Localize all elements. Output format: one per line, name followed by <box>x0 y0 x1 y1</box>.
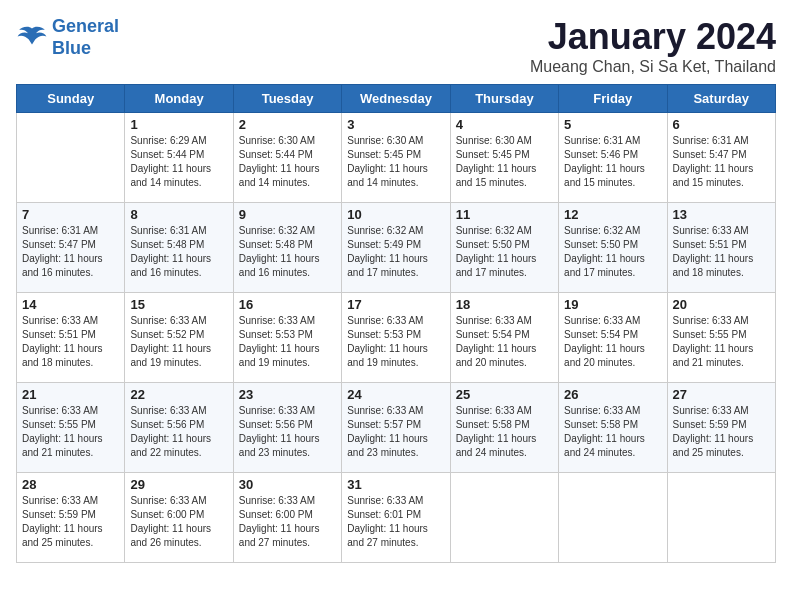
calendar-cell: 10Sunrise: 6:32 AM Sunset: 5:49 PM Dayli… <box>342 203 450 293</box>
header-day-sunday: Sunday <box>17 85 125 113</box>
day-number: 9 <box>239 207 336 222</box>
logo-text: General Blue <box>52 16 119 59</box>
day-info: Sunrise: 6:33 AM Sunset: 5:56 PM Dayligh… <box>239 404 336 460</box>
day-info: Sunrise: 6:33 AM Sunset: 5:53 PM Dayligh… <box>347 314 444 370</box>
day-info: Sunrise: 6:33 AM Sunset: 5:51 PM Dayligh… <box>22 314 119 370</box>
day-number: 12 <box>564 207 661 222</box>
calendar-cell: 13Sunrise: 6:33 AM Sunset: 5:51 PM Dayli… <box>667 203 775 293</box>
day-number: 22 <box>130 387 227 402</box>
day-number: 15 <box>130 297 227 312</box>
calendar-cell: 21Sunrise: 6:33 AM Sunset: 5:55 PM Dayli… <box>17 383 125 473</box>
day-info: Sunrise: 6:33 AM Sunset: 5:54 PM Dayligh… <box>564 314 661 370</box>
day-number: 6 <box>673 117 770 132</box>
header-day-saturday: Saturday <box>667 85 775 113</box>
day-number: 10 <box>347 207 444 222</box>
day-info: Sunrise: 6:33 AM Sunset: 6:01 PM Dayligh… <box>347 494 444 550</box>
day-number: 3 <box>347 117 444 132</box>
calendar-cell: 4Sunrise: 6:30 AM Sunset: 5:45 PM Daylig… <box>450 113 558 203</box>
calendar-cell: 20Sunrise: 6:33 AM Sunset: 5:55 PM Dayli… <box>667 293 775 383</box>
header-day-tuesday: Tuesday <box>233 85 341 113</box>
header-day-monday: Monday <box>125 85 233 113</box>
day-info: Sunrise: 6:33 AM Sunset: 5:59 PM Dayligh… <box>22 494 119 550</box>
calendar-body: 1Sunrise: 6:29 AM Sunset: 5:44 PM Daylig… <box>17 113 776 563</box>
day-info: Sunrise: 6:30 AM Sunset: 5:45 PM Dayligh… <box>347 134 444 190</box>
calendar-cell: 22Sunrise: 6:33 AM Sunset: 5:56 PM Dayli… <box>125 383 233 473</box>
day-number: 24 <box>347 387 444 402</box>
calendar-cell <box>450 473 558 563</box>
calendar-cell: 16Sunrise: 6:33 AM Sunset: 5:53 PM Dayli… <box>233 293 341 383</box>
day-info: Sunrise: 6:31 AM Sunset: 5:46 PM Dayligh… <box>564 134 661 190</box>
day-number: 1 <box>130 117 227 132</box>
calendar-cell: 6Sunrise: 6:31 AM Sunset: 5:47 PM Daylig… <box>667 113 775 203</box>
week-row-2: 7Sunrise: 6:31 AM Sunset: 5:47 PM Daylig… <box>17 203 776 293</box>
day-number: 18 <box>456 297 553 312</box>
day-number: 2 <box>239 117 336 132</box>
day-number: 27 <box>673 387 770 402</box>
logo-line2: Blue <box>52 38 91 58</box>
location-subtitle: Mueang Chan, Si Sa Ket, Thailand <box>530 58 776 76</box>
calendar-cell: 19Sunrise: 6:33 AM Sunset: 5:54 PM Dayli… <box>559 293 667 383</box>
calendar-cell <box>17 113 125 203</box>
day-info: Sunrise: 6:32 AM Sunset: 5:50 PM Dayligh… <box>564 224 661 280</box>
calendar-cell: 1Sunrise: 6:29 AM Sunset: 5:44 PM Daylig… <box>125 113 233 203</box>
title-block: January 2024 Mueang Chan, Si Sa Ket, Tha… <box>530 16 776 76</box>
day-number: 20 <box>673 297 770 312</box>
calendar-cell: 26Sunrise: 6:33 AM Sunset: 5:58 PM Dayli… <box>559 383 667 473</box>
calendar-cell: 31Sunrise: 6:33 AM Sunset: 6:01 PM Dayli… <box>342 473 450 563</box>
day-number: 31 <box>347 477 444 492</box>
day-info: Sunrise: 6:31 AM Sunset: 5:48 PM Dayligh… <box>130 224 227 280</box>
day-info: Sunrise: 6:30 AM Sunset: 5:45 PM Dayligh… <box>456 134 553 190</box>
calendar-cell: 30Sunrise: 6:33 AM Sunset: 6:00 PM Dayli… <box>233 473 341 563</box>
day-info: Sunrise: 6:32 AM Sunset: 5:50 PM Dayligh… <box>456 224 553 280</box>
calendar-cell: 5Sunrise: 6:31 AM Sunset: 5:46 PM Daylig… <box>559 113 667 203</box>
day-info: Sunrise: 6:33 AM Sunset: 5:59 PM Dayligh… <box>673 404 770 460</box>
day-info: Sunrise: 6:33 AM Sunset: 5:52 PM Dayligh… <box>130 314 227 370</box>
day-number: 30 <box>239 477 336 492</box>
day-info: Sunrise: 6:33 AM Sunset: 5:58 PM Dayligh… <box>564 404 661 460</box>
day-number: 13 <box>673 207 770 222</box>
calendar-cell: 15Sunrise: 6:33 AM Sunset: 5:52 PM Dayli… <box>125 293 233 383</box>
day-info: Sunrise: 6:33 AM Sunset: 6:00 PM Dayligh… <box>239 494 336 550</box>
week-row-1: 1Sunrise: 6:29 AM Sunset: 5:44 PM Daylig… <box>17 113 776 203</box>
day-number: 7 <box>22 207 119 222</box>
day-number: 8 <box>130 207 227 222</box>
day-info: Sunrise: 6:31 AM Sunset: 5:47 PM Dayligh… <box>673 134 770 190</box>
day-info: Sunrise: 6:31 AM Sunset: 5:47 PM Dayligh… <box>22 224 119 280</box>
header-day-thursday: Thursday <box>450 85 558 113</box>
day-number: 5 <box>564 117 661 132</box>
calendar-cell: 3Sunrise: 6:30 AM Sunset: 5:45 PM Daylig… <box>342 113 450 203</box>
calendar-header: SundayMondayTuesdayWednesdayThursdayFrid… <box>17 85 776 113</box>
calendar-cell: 23Sunrise: 6:33 AM Sunset: 5:56 PM Dayli… <box>233 383 341 473</box>
day-number: 17 <box>347 297 444 312</box>
month-title: January 2024 <box>530 16 776 58</box>
calendar-cell: 12Sunrise: 6:32 AM Sunset: 5:50 PM Dayli… <box>559 203 667 293</box>
calendar-cell: 17Sunrise: 6:33 AM Sunset: 5:53 PM Dayli… <box>342 293 450 383</box>
week-row-5: 28Sunrise: 6:33 AM Sunset: 5:59 PM Dayli… <box>17 473 776 563</box>
day-info: Sunrise: 6:32 AM Sunset: 5:49 PM Dayligh… <box>347 224 444 280</box>
logo: General Blue <box>16 16 119 59</box>
day-number: 16 <box>239 297 336 312</box>
day-info: Sunrise: 6:33 AM Sunset: 5:57 PM Dayligh… <box>347 404 444 460</box>
day-info: Sunrise: 6:33 AM Sunset: 6:00 PM Dayligh… <box>130 494 227 550</box>
calendar-cell: 14Sunrise: 6:33 AM Sunset: 5:51 PM Dayli… <box>17 293 125 383</box>
day-number: 14 <box>22 297 119 312</box>
calendar-cell: 8Sunrise: 6:31 AM Sunset: 5:48 PM Daylig… <box>125 203 233 293</box>
calendar-cell: 11Sunrise: 6:32 AM Sunset: 5:50 PM Dayli… <box>450 203 558 293</box>
header-row: SundayMondayTuesdayWednesdayThursdayFrid… <box>17 85 776 113</box>
page-header: General Blue January 2024 Mueang Chan, S… <box>16 16 776 76</box>
week-row-4: 21Sunrise: 6:33 AM Sunset: 5:55 PM Dayli… <box>17 383 776 473</box>
day-info: Sunrise: 6:29 AM Sunset: 5:44 PM Dayligh… <box>130 134 227 190</box>
day-number: 29 <box>130 477 227 492</box>
day-info: Sunrise: 6:30 AM Sunset: 5:44 PM Dayligh… <box>239 134 336 190</box>
day-info: Sunrise: 6:32 AM Sunset: 5:48 PM Dayligh… <box>239 224 336 280</box>
calendar-cell: 24Sunrise: 6:33 AM Sunset: 5:57 PM Dayli… <box>342 383 450 473</box>
header-day-friday: Friday <box>559 85 667 113</box>
day-info: Sunrise: 6:33 AM Sunset: 5:58 PM Dayligh… <box>456 404 553 460</box>
day-info: Sunrise: 6:33 AM Sunset: 5:56 PM Dayligh… <box>130 404 227 460</box>
header-day-wednesday: Wednesday <box>342 85 450 113</box>
day-number: 25 <box>456 387 553 402</box>
day-info: Sunrise: 6:33 AM Sunset: 5:55 PM Dayligh… <box>673 314 770 370</box>
day-number: 19 <box>564 297 661 312</box>
day-info: Sunrise: 6:33 AM Sunset: 5:51 PM Dayligh… <box>673 224 770 280</box>
calendar-cell: 29Sunrise: 6:33 AM Sunset: 6:00 PM Dayli… <box>125 473 233 563</box>
